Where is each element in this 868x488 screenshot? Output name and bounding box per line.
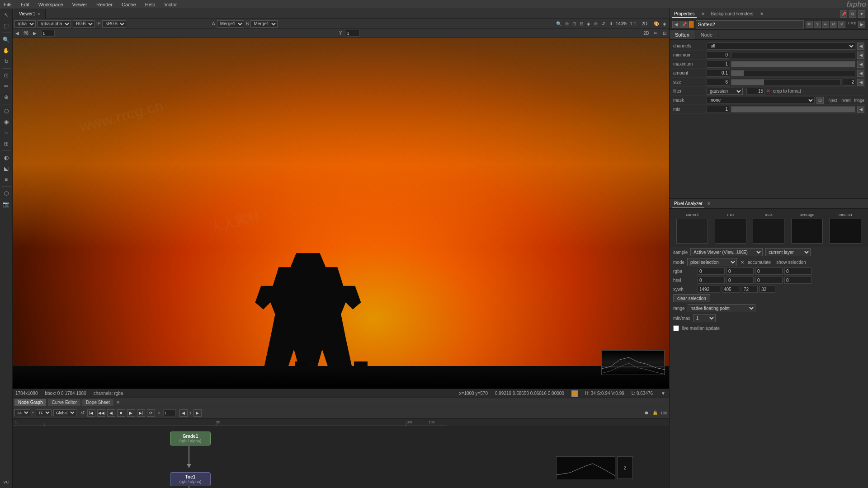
rgba-b-input[interactable] <box>755 267 783 275</box>
panel-expand-btn[interactable]: ▼ <box>858 10 865 18</box>
node-prev-btn[interactable]: ◀ <box>672 21 679 28</box>
menu-workspace[interactable]: Workspace <box>37 2 65 7</box>
colorspace-select[interactable]: RGB <box>73 20 94 28</box>
expand-icon[interactable]: ▼ <box>660 391 666 396</box>
input-b-select[interactable]: Merge1 <box>250 20 278 28</box>
clear-selection-btn[interactable]: clear selection <box>673 294 710 302</box>
tool-select[interactable]: ⬚ <box>1 21 11 31</box>
panel-pin-btn[interactable]: 📌 <box>840 10 847 18</box>
xywh-x-input[interactable] <box>698 286 720 293</box>
rgba-g-input[interactable] <box>726 267 754 275</box>
input-a-select[interactable]: Merge1 <box>217 20 244 28</box>
tool-roto[interactable]: ○ <box>1 128 11 138</box>
hsvl-h-input[interactable] <box>698 277 725 284</box>
menu-cache[interactable]: Cache <box>120 2 138 7</box>
global-select[interactable]: Global <box>53 409 76 416</box>
current-frame-input[interactable] <box>163 409 176 416</box>
prop-size-val[interactable] <box>707 79 729 86</box>
lut-select[interactable]: sRGB <box>102 20 126 28</box>
play-btn[interactable]: ▶ <box>127 409 135 417</box>
node-grade1[interactable]: Grade1 (rgb / alpha) <box>170 432 211 446</box>
loop-icon[interactable]: ○ <box>157 410 161 415</box>
viewer-icon-2[interactable]: ⊟ <box>579 21 584 26</box>
hsvl-v-input[interactable] <box>755 277 783 284</box>
tab-curve-editor[interactable]: Curve Editor <box>48 399 80 406</box>
menu-help[interactable]: Help <box>143 2 157 7</box>
prop-minimum-slider[interactable] <box>731 52 855 58</box>
node-color-btn[interactable] <box>689 21 694 28</box>
tool-arrow[interactable]: ↖ <box>1 10 11 20</box>
tool-tracker[interactable]: ⊞ <box>1 139 11 149</box>
play-end-btn[interactable]: ▶| <box>137 409 145 417</box>
reset-icon[interactable]: ↺ <box>80 410 85 415</box>
mode-select[interactable]: pixel selection <box>687 258 737 266</box>
prop-crop-check-x[interactable]: ✕ <box>766 88 770 94</box>
xywh-w-input[interactable] <box>742 286 758 293</box>
tool-clone[interactable]: ⊕ <box>1 92 11 102</box>
fps-select[interactable]: 24 <box>14 409 30 416</box>
zoom-icon-plus[interactable]: ⊕ <box>564 21 570 26</box>
prop-size-slider[interactable] <box>731 79 841 85</box>
menu-render[interactable]: Render <box>94 2 114 7</box>
close-properties-icon[interactable]: ✕ <box>700 11 706 16</box>
prop-maximum-anim[interactable]: ◀ <box>857 61 864 68</box>
tool-zoom[interactable]: 🔍 <box>1 35 11 45</box>
frame-back-icon[interactable]: ◀ <box>14 31 20 36</box>
hsvl-l-input[interactable] <box>784 277 811 284</box>
prop-mask-btn1[interactable]: ⊡ <box>816 97 824 104</box>
prop-channels-anim[interactable]: ◀ <box>857 42 864 50</box>
node-toe1[interactable]: Toe1 (rgb / alpha) <box>170 472 211 486</box>
prop-mix-slider[interactable] <box>731 106 855 113</box>
tool-node[interactable]: ⬡ <box>1 106 11 116</box>
frame-step-back-btn[interactable]: ◀ <box>179 409 188 417</box>
tab-dope-sheet[interactable]: Dope Sheet <box>82 399 113 406</box>
play-stop-btn[interactable]: ■ <box>117 409 125 417</box>
minmax-select[interactable]: 1 <box>693 314 716 322</box>
node-close-btn[interactable]: ✕ <box>838 21 845 28</box>
prop-filter-select[interactable]: gaussian <box>707 88 743 95</box>
prop-amount-anim[interactable]: ◀ <box>857 70 864 77</box>
xywh-y-input[interactable] <box>722 286 740 293</box>
loop-mode-icon[interactable]: 🔒 <box>651 410 659 415</box>
roi-icon[interactable]: ⊡ <box>662 31 667 36</box>
node-name-input[interactable] <box>696 20 804 28</box>
tab-node-graph[interactable]: Node Graph <box>14 399 46 406</box>
viewer-tab-1[interactable]: Viewer1 ✕ <box>14 9 46 19</box>
play-back-btn[interactable]: ◀ <box>107 409 115 417</box>
y-value-input[interactable] <box>346 30 359 37</box>
play-prev-frame-btn[interactable]: ◀◀ <box>97 409 105 417</box>
prop-channels-input[interactable]: all <box>707 42 855 50</box>
close-tab-icon[interactable]: ✕ <box>115 400 121 405</box>
rgba-a-input[interactable] <box>784 267 811 275</box>
menu-edit[interactable]: Edit <box>19 2 31 7</box>
prop-filter-val[interactable] <box>746 88 764 95</box>
viewer-tab-close[interactable]: ✕ <box>37 12 41 16</box>
range-select[interactable]: native floating point <box>688 304 755 312</box>
tool-crop[interactable]: ⊡ <box>1 70 11 80</box>
prop-maximum-val[interactable] <box>707 61 729 68</box>
hsvl-s-input[interactable] <box>726 277 754 284</box>
viewer-icon-6[interactable]: ⏸ <box>608 21 614 26</box>
menu-victor[interactable]: Victor <box>162 2 179 7</box>
soften-tab-node[interactable]: Node <box>695 30 718 39</box>
prop-size-val2[interactable] <box>843 79 855 86</box>
tf-select[interactable]: TF <box>36 409 52 416</box>
overlay-paint-icon[interactable]: ✏ <box>653 31 658 36</box>
pixel-analyzer-tab[interactable]: Pixel Analyzer <box>672 200 704 207</box>
viewer-icon-3[interactable]: ◈ <box>586 21 591 26</box>
frame-number-input[interactable] <box>41 30 55 37</box>
prop-mix-val[interactable] <box>707 106 729 113</box>
node-pin-btn[interactable]: 📌 <box>680 21 688 28</box>
tool-camera[interactable]: 📷 <box>1 199 11 209</box>
close-pixel-analyzer-icon[interactable]: ✕ <box>706 201 712 206</box>
prop-amount-val[interactable] <box>707 70 729 77</box>
alpha-select[interactable]: rgba.alpha <box>38 20 71 28</box>
tool-mask[interactable]: ◉ <box>1 117 11 127</box>
frame-step-fwd-btn[interactable]: ▶ <box>193 409 202 417</box>
tool-paint[interactable]: ✏ <box>1 81 11 91</box>
close-bg-renders-icon[interactable]: ✕ <box>759 11 764 16</box>
frame-forward-icon[interactable]: ▶ <box>32 31 38 36</box>
sample-select[interactable]: Active Viewer (View...UKE) <box>690 248 763 256</box>
node-view-btn[interactable]: 👁 <box>806 21 813 28</box>
tool-pan[interactable]: ✋ <box>1 46 11 56</box>
